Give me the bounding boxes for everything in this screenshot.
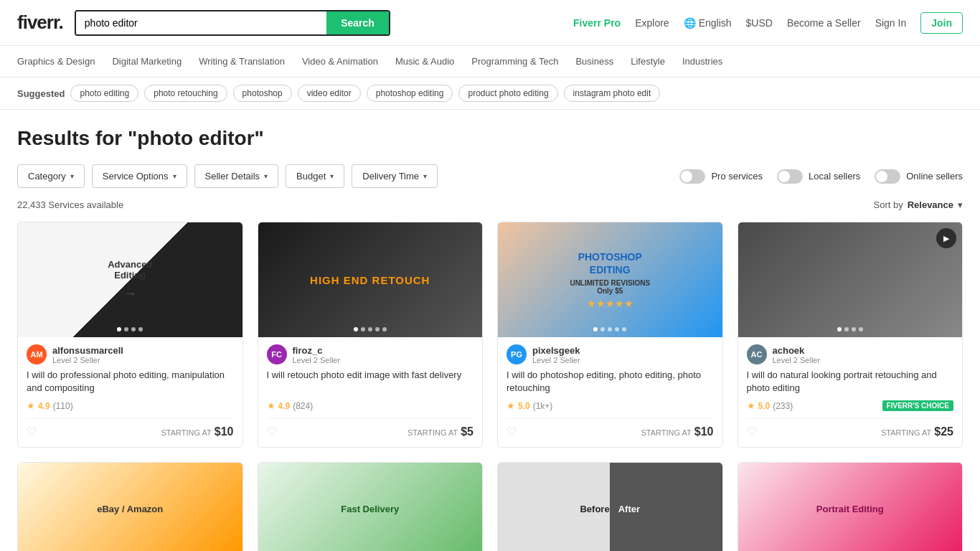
- tag-photo-retouching[interactable]: photo retouching: [144, 85, 227, 102]
- tag-video-editor[interactable]: video editor: [298, 85, 361, 102]
- currency-selector[interactable]: $USD: [746, 17, 773, 29]
- seller-info-2: FC firoz_c Level 2 Seller: [267, 344, 474, 364]
- dot: [354, 327, 358, 331]
- card-dots-4: [837, 327, 863, 331]
- cat-graphics-design[interactable]: Graphics & Design: [17, 56, 95, 67]
- avatar-2: FC: [267, 344, 287, 364]
- dot: [131, 327, 136, 331]
- star-icon: ★: [747, 400, 755, 411]
- tag-photoshop-editing[interactable]: photoshop editing: [367, 85, 453, 102]
- price-1: $10: [215, 425, 234, 438]
- filters-row: Category ▾ Service Options ▾ Seller Deta…: [17, 164, 963, 188]
- card-title-1: I will do professional photo editing, ma…: [27, 369, 234, 395]
- card-image-4: ▶: [738, 222, 963, 337]
- dot: [138, 327, 143, 331]
- filter-service-options[interactable]: Service Options ▾: [92, 164, 187, 188]
- card-image-1: AdvancedEditing →: [18, 222, 242, 337]
- play-icon: ▶: [936, 228, 956, 248]
- cat-business[interactable]: Business: [575, 56, 613, 67]
- price-4: $25: [934, 425, 953, 438]
- heart-icon-2[interactable]: ♡: [267, 425, 277, 438]
- cat-video-animation[interactable]: Video & Animation: [302, 56, 378, 67]
- gig-card[interactable]: ▶ AC achoek Level 2 Seller I will do nat…: [738, 222, 963, 448]
- cat-digital-marketing[interactable]: Digital Marketing: [112, 56, 182, 67]
- tag-photo-editing[interactable]: photo editing: [70, 85, 138, 102]
- filter-seller-details[interactable]: Seller Details ▾: [194, 164, 279, 188]
- seller-info-3: PG pixelsgeek Level 2 Seller: [507, 344, 714, 364]
- search-button[interactable]: Search: [326, 11, 389, 34]
- rating-count-2: (824): [293, 401, 313, 411]
- join-button[interactable]: Join: [920, 12, 963, 34]
- card-title-3: I will do photoshop editing, photo editi…: [507, 369, 714, 395]
- star-icon: ★: [507, 400, 515, 411]
- chevron-down-icon: ▾: [264, 172, 268, 180]
- starting-at-label: STARTING AT: [407, 428, 458, 437]
- card-body-1: AM alfonsusmarcell Level 2 Seller I will…: [18, 337, 242, 447]
- gig-card[interactable]: HIGH END RETOUCH FC firoz_c Level 2 Sell…: [258, 222, 484, 448]
- pro-services-toggle[interactable]: [679, 169, 705, 184]
- star-icon: ★: [267, 400, 275, 411]
- bottom-card-4[interactable]: Portrait Editing: [738, 462, 963, 551]
- dot: [859, 327, 863, 331]
- search-input[interactable]: [76, 11, 326, 34]
- bottom-card-1[interactable]: eBay / Amazon: [17, 462, 243, 551]
- seller-details-4: achoek Level 2 Seller: [773, 345, 821, 364]
- bottom-cards-grid: eBay / Amazon Fast Delivery Before After…: [17, 462, 963, 551]
- rating-score-2: 4.9: [278, 401, 291, 411]
- card-overlay-2: HIGH END RETOUCH: [258, 222, 483, 337]
- dot: [837, 327, 842, 331]
- rating-score-4: 5.0: [758, 401, 771, 411]
- header: fiverr. Search Fiverr Pro Explore 🌐 Engl…: [0, 0, 980, 46]
- fiverrs-choice-badge: FIVERR'S CHOICE: [882, 400, 953, 411]
- online-sellers-label: Online sellers: [906, 171, 963, 182]
- filter-category[interactable]: Category ▾: [17, 164, 85, 188]
- filter-delivery-time[interactable]: Delivery Time ▾: [352, 164, 438, 188]
- heart-icon-3[interactable]: ♡: [507, 425, 517, 438]
- heart-icon-1[interactable]: ♡: [27, 425, 37, 438]
- sort-by-dropdown[interactable]: Sort by Relevance ▾: [873, 199, 963, 210]
- tag-instagram-photo-edit[interactable]: instagram photo edit: [564, 85, 661, 102]
- search-bar[interactable]: Search: [75, 10, 390, 36]
- dot: [361, 327, 365, 331]
- chevron-down-icon: ▾: [958, 199, 963, 210]
- explore-link[interactable]: Explore: [635, 17, 669, 29]
- chevron-down-icon: ▾: [173, 172, 176, 180]
- language-label: English: [699, 17, 732, 29]
- cat-writing-translation[interactable]: Writing & Translation: [199, 56, 285, 67]
- bottom-card-2[interactable]: Fast Delivery: [258, 462, 484, 551]
- gig-card[interactable]: PHOTOSHOPEDITING UNLIMITED REVISIONSOnly…: [497, 222, 723, 448]
- fiverr-pro-link[interactable]: Fiverr Pro: [573, 17, 621, 29]
- filter-seller-details-label: Seller Details: [205, 171, 260, 182]
- seller-details-2: firoz_c Level 2 Seller: [293, 345, 341, 364]
- local-sellers-toggle[interactable]: [777, 169, 803, 184]
- price-section-4: STARTING AT $25: [881, 425, 953, 438]
- cat-lifestyle[interactable]: Lifestyle: [631, 56, 665, 67]
- chevron-down-icon: ▾: [423, 172, 427, 180]
- online-sellers-toggle[interactable]: [875, 169, 900, 184]
- dot: [593, 327, 598, 331]
- price-3: $10: [694, 425, 714, 438]
- card-dots-3: [593, 327, 626, 331]
- filter-budget[interactable]: Budget ▾: [286, 164, 344, 188]
- starting-at-label: STARTING AT: [161, 428, 212, 437]
- become-seller-link[interactable]: Become a Seller: [787, 17, 861, 29]
- price-section-2: STARTING AT $5: [407, 425, 473, 438]
- dot: [600, 327, 605, 331]
- sign-in-link[interactable]: Sign In: [875, 17, 907, 29]
- chevron-down-icon: ▾: [330, 172, 334, 180]
- cat-industries[interactable]: Industries: [682, 56, 722, 67]
- globe-icon: 🌐: [684, 17, 696, 29]
- seller-details-3: pixelsgeek Level 2 Seller: [532, 345, 580, 364]
- gig-card[interactable]: AdvancedEditing → AM alfonsusmarcell Lev…: [17, 222, 243, 448]
- card-title-4: I will do natural looking portrait retou…: [747, 369, 954, 395]
- seller-level-4: Level 2 Seller: [773, 356, 821, 364]
- bottom-card-3[interactable]: Before After: [497, 462, 723, 551]
- tag-photoshop[interactable]: photoshop: [233, 85, 292, 102]
- rating-3: ★ 5.0 (1k+): [507, 400, 714, 411]
- heart-icon-4[interactable]: ♡: [747, 425, 757, 438]
- language-selector[interactable]: 🌐 English: [684, 17, 732, 29]
- category-nav: Graphics & Design Digital Marketing Writ…: [0, 46, 980, 77]
- cat-music-audio[interactable]: Music & Audio: [395, 56, 454, 67]
- cat-programming-tech[interactable]: Programming & Tech: [471, 56, 558, 67]
- tag-product-photo-editing[interactable]: product photo editing: [458, 85, 557, 102]
